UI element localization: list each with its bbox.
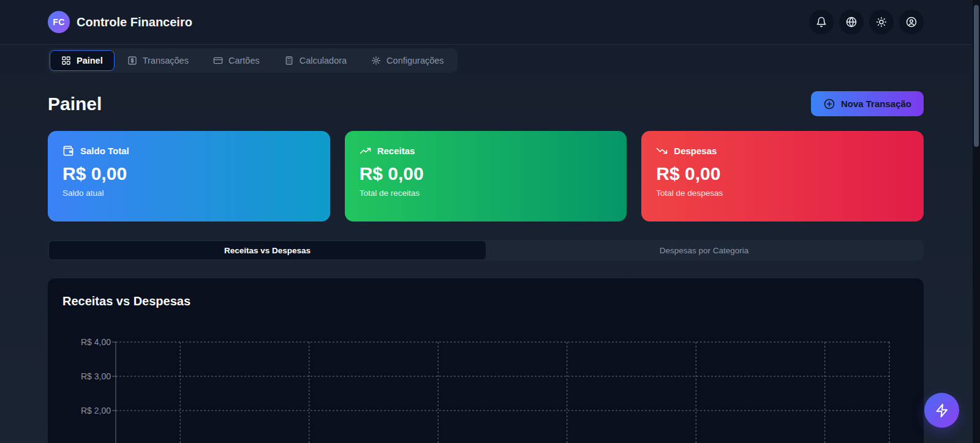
nav-tab-label: Calculadora bbox=[300, 56, 347, 65]
nav-tab-label: Painel bbox=[77, 56, 103, 65]
chart-tab-switcher: Receitas vs Despesas Despesas por Catego… bbox=[48, 240, 924, 261]
dollar-icon bbox=[127, 56, 137, 65]
summary-cards: Saldo Total R$ 0,00 Saldo atual Receitas… bbox=[48, 131, 924, 222]
quick-actions-fab[interactable] bbox=[924, 393, 959, 428]
bell-icon bbox=[816, 17, 827, 28]
wallet-icon bbox=[62, 145, 74, 157]
calculator-icon bbox=[284, 56, 294, 65]
chart-tab-despesas-por-categoria[interactable]: Despesas por Categoria bbox=[486, 241, 922, 259]
nav-tab-painel[interactable]: Painel bbox=[50, 50, 115, 71]
card-value: R$ 0,00 bbox=[656, 163, 909, 184]
user-icon bbox=[906, 17, 917, 28]
svg-text:R$ 3,00: R$ 3,00 bbox=[81, 371, 111, 381]
page-content: Painel Transações Cartões bbox=[48, 45, 924, 443]
profile-button[interactable] bbox=[899, 10, 924, 34]
new-transaction-label: Nova Transação bbox=[841, 99, 911, 109]
theme-toggle-button[interactable] bbox=[869, 10, 894, 34]
lightning-icon bbox=[935, 403, 949, 418]
chart-tab-receitas-vs-despesas[interactable]: Receitas vs Despesas bbox=[49, 241, 486, 259]
gear-icon bbox=[371, 56, 381, 65]
chart-tab-label: Receitas vs Despesas bbox=[224, 246, 311, 255]
card-caption: Saldo atual bbox=[62, 188, 315, 198]
card-value: R$ 0,00 bbox=[62, 163, 315, 184]
app-logo-text: FC bbox=[53, 17, 64, 27]
app-logo: FC bbox=[48, 11, 70, 33]
svg-text:R$ 2,00: R$ 2,00 bbox=[81, 406, 111, 415]
card-caption: Total de despesas bbox=[656, 188, 909, 198]
svg-text:R$ 4,00: R$ 4,00 bbox=[81, 337, 111, 347]
card-label: Receitas bbox=[377, 146, 415, 156]
card-despesas: Despesas R$ 0,00 Total de despesas bbox=[641, 131, 924, 222]
trending-up-icon bbox=[360, 145, 371, 157]
chart-tab-label: Despesas por Categoria bbox=[660, 246, 749, 255]
card-label: Saldo Total bbox=[80, 146, 129, 156]
card-label: Despesas bbox=[674, 146, 717, 156]
grid-icon bbox=[61, 56, 71, 65]
trending-down-icon bbox=[656, 145, 668, 157]
chart-card: Receitas vs Despesas R$ 4,00R$ 3,00R$ 2,… bbox=[48, 278, 924, 443]
page-title: Painel bbox=[48, 94, 102, 114]
nav-tab-label: Transações bbox=[143, 56, 189, 65]
plus-circle-icon bbox=[823, 98, 835, 110]
notifications-button[interactable] bbox=[809, 10, 834, 34]
card-caption: Total de receitas bbox=[360, 188, 612, 198]
card-saldo-total: Saldo Total R$ 0,00 Saldo atual bbox=[48, 131, 330, 222]
new-transaction-button[interactable]: Nova Transação bbox=[811, 91, 924, 116]
chart-plot-area: R$ 4,00R$ 3,00R$ 2,00 bbox=[48, 278, 924, 443]
scrollbar-thumb[interactable] bbox=[974, 5, 979, 147]
card-receitas: Receitas R$ 0,00 Total de receitas bbox=[345, 131, 627, 222]
nav-tab-cartoes[interactable]: Cartões bbox=[202, 50, 271, 71]
header-actions bbox=[809, 10, 924, 34]
nav-tab-configuracoes[interactable]: Configurações bbox=[360, 50, 456, 71]
nav-tab-transacoes[interactable]: Transações bbox=[116, 50, 200, 71]
app-header: FC Controle Financeiro bbox=[0, 0, 980, 45]
scrollbar-track[interactable] bbox=[973, 0, 980, 443]
globe-icon bbox=[846, 17, 857, 28]
app-title: Controle Financeiro bbox=[77, 15, 192, 29]
sun-icon bbox=[876, 17, 887, 28]
credit-card-icon bbox=[213, 56, 223, 65]
nav-tab-label: Configurações bbox=[386, 56, 444, 65]
nav-tab-label: Cartões bbox=[228, 56, 260, 65]
card-value: R$ 0,00 bbox=[360, 163, 612, 184]
title-row: Painel Nova Transação bbox=[48, 91, 924, 116]
language-button[interactable] bbox=[839, 10, 864, 34]
nav-tab-calculadora[interactable]: Calculadora bbox=[273, 50, 358, 71]
main-nav: Painel Transações Cartões bbox=[48, 48, 458, 73]
